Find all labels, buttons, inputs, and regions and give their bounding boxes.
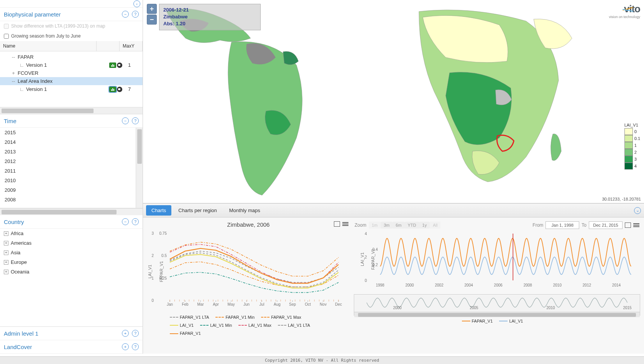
biophysical-help-icon[interactable]: ? bbox=[132, 11, 139, 18]
svg-text:0.75: 0.75 bbox=[159, 231, 167, 236]
zoom-row: Zoom 1m3m6mYTD1yAll From To bbox=[354, 220, 640, 231]
zoom-in-button[interactable]: + bbox=[147, 4, 157, 14]
admin-help-icon[interactable]: ? bbox=[132, 330, 139, 337]
main-area: + − 2006-12-21 Zimbabwe Abs: 1.20 vito v… bbox=[143, 0, 644, 354]
tree-row[interactable]: --FAPAR bbox=[0, 53, 143, 61]
plus-icon[interactable]: + bbox=[4, 270, 8, 274]
growing-season-row[interactable]: Growing season from July to June bbox=[0, 31, 143, 41]
plus-icon[interactable]: + bbox=[4, 260, 8, 265]
landcover-expand-icon[interactable]: + bbox=[122, 343, 129, 350]
bottom-collapse-icon[interactable]: ⌄ bbox=[634, 207, 641, 214]
admin-expand-icon[interactable]: + bbox=[122, 330, 129, 337]
chart-navigator[interactable]: 2000200520102015 bbox=[354, 294, 640, 316]
year-item[interactable]: 2015 bbox=[0, 128, 143, 137]
footer: Copyright 2016, VITO NV - All Rights res… bbox=[0, 356, 644, 364]
country-region[interactable]: +Europe bbox=[0, 257, 143, 267]
tree-grid-header: Name MaxY bbox=[0, 41, 143, 51]
year-hscroll[interactable] bbox=[0, 208, 143, 215]
country-help-icon[interactable]: ? bbox=[132, 218, 139, 225]
year-item[interactable]: 2014 bbox=[0, 137, 143, 147]
ts-expand-icon[interactable] bbox=[625, 222, 631, 228]
country-region[interactable]: +Oceania bbox=[0, 267, 143, 277]
svg-text:Sep: Sep bbox=[289, 302, 296, 306]
chart-icon[interactable] bbox=[109, 63, 116, 68]
tree-row[interactable]: --Leaf Area Index bbox=[0, 77, 143, 85]
svg-text:2010: 2010 bbox=[546, 306, 555, 310]
svg-text:2010: 2010 bbox=[553, 283, 562, 287]
tree-row[interactable]: +FCOVER bbox=[0, 69, 143, 77]
year-item[interactable]: 2008 bbox=[0, 195, 143, 204]
plus-icon[interactable]: + bbox=[4, 241, 8, 245]
time-title: Time bbox=[4, 118, 16, 124]
navigator-scrollbar[interactable] bbox=[354, 312, 640, 317]
tree-hscroll[interactable] bbox=[0, 107, 143, 114]
plus-icon[interactable]: + bbox=[4, 250, 8, 255]
year-vscroll[interactable] bbox=[136, 128, 143, 208]
show-difference-label: Show difference with LTA (1999-2013) on … bbox=[11, 23, 105, 29]
seasonal-chart-panel: Zimbabwe, 2006 01230.250.50.75LAI_V1FAPA… bbox=[147, 220, 350, 351]
map-coords: 30.01233, -18.20781 bbox=[602, 197, 641, 201]
svg-text:FAPAR_V1: FAPAR_V1 bbox=[159, 261, 164, 282]
tree-row[interactable]: ∟Version 17 bbox=[0, 85, 143, 93]
map-area[interactable]: + − 2006-12-21 Zimbabwe Abs: 1.20 vito v… bbox=[143, 0, 644, 203]
year-item[interactable]: 2010 bbox=[0, 176, 143, 185]
year-item[interactable]: 2012 bbox=[0, 156, 143, 166]
info-country: Zimbabwe bbox=[163, 13, 256, 20]
zoom-6m[interactable]: 6m bbox=[393, 222, 404, 229]
tab-charts-per-region[interactable]: Charts per region bbox=[173, 205, 222, 216]
biophysical-title: Biophysical parameter bbox=[4, 11, 61, 18]
seasonal-chart[interactable]: 01230.250.50.75LAI_V1FAPAR_V1JanFebMarAp… bbox=[147, 229, 350, 312]
landcover-title: LandCover bbox=[4, 344, 32, 350]
year-item[interactable]: 2009 bbox=[0, 185, 143, 195]
year-item[interactable]: 2011 bbox=[0, 166, 143, 176]
to-label: To bbox=[582, 222, 586, 228]
ts-menu-icon[interactable] bbox=[633, 223, 639, 227]
admin-header[interactable]: Admin level 1 + ? bbox=[0, 327, 143, 340]
tab-charts[interactable]: Charts bbox=[146, 205, 171, 216]
timeseries-chart[interactable]: 0240.20.4LAI_V1FAPAR_V119982000200220042… bbox=[354, 231, 640, 292]
globe-icon[interactable] bbox=[117, 63, 122, 68]
svg-text:2012: 2012 bbox=[583, 283, 591, 287]
time-collapse-icon[interactable]: − bbox=[122, 117, 129, 124]
to-date-input[interactable] bbox=[589, 221, 623, 229]
col-icons bbox=[97, 41, 120, 51]
landcover-header[interactable]: LandCover + ? bbox=[0, 340, 143, 354]
zoom-1m[interactable]: 1m bbox=[369, 222, 381, 229]
chart-menu-icon[interactable] bbox=[342, 221, 348, 227]
globe-icon[interactable] bbox=[117, 87, 122, 92]
zoom-out-button[interactable]: − bbox=[147, 15, 157, 25]
zoom-1y[interactable]: 1y bbox=[419, 222, 430, 229]
time-help-icon[interactable]: ? bbox=[132, 117, 139, 124]
svg-text:May: May bbox=[228, 302, 235, 306]
plus-icon[interactable]: + bbox=[4, 231, 8, 236]
growing-season-label: Growing season from July to June bbox=[11, 33, 80, 39]
tree-row[interactable]: ∟Version 11 bbox=[0, 61, 143, 69]
world-map[interactable] bbox=[143, 0, 644, 203]
year-item[interactable]: 2013 bbox=[0, 147, 143, 156]
country-region[interactable]: +Americas bbox=[0, 238, 143, 248]
svg-text:2014: 2014 bbox=[612, 283, 621, 287]
zoom-3m[interactable]: 3m bbox=[381, 222, 393, 229]
biophysical-collapse-icon[interactable]: − bbox=[122, 11, 129, 18]
zoom-YTD[interactable]: YTD bbox=[405, 222, 419, 229]
zoom-label: Zoom bbox=[355, 222, 366, 228]
zoom-All[interactable]: All bbox=[430, 222, 440, 229]
show-difference-row: Show difference with LTA (1999-2013) on … bbox=[0, 21, 143, 31]
from-date-input[interactable] bbox=[545, 221, 579, 229]
country-region[interactable]: +Africa bbox=[0, 229, 143, 238]
chart-expand-icon[interactable] bbox=[334, 221, 340, 227]
svg-text:0: 0 bbox=[151, 298, 154, 303]
seasonal-chart-title: Zimbabwe, 2006 bbox=[147, 220, 350, 229]
growing-season-checkbox[interactable] bbox=[4, 34, 9, 39]
chart-icon[interactable] bbox=[109, 87, 116, 92]
time-header: Time − ? bbox=[0, 114, 143, 128]
collapse-sidebar-icon[interactable]: ‹ bbox=[133, 0, 140, 7]
country-collapse-icon[interactable]: − bbox=[122, 218, 129, 225]
svg-text:2005: 2005 bbox=[470, 306, 478, 310]
charts-row: Zimbabwe, 2006 01230.250.50.75LAI_V1FAPA… bbox=[143, 217, 644, 354]
tab-monthly-maps[interactable]: Monthly maps bbox=[224, 205, 266, 216]
country-region[interactable]: +Asia bbox=[0, 248, 143, 257]
landcover-help-icon[interactable]: ? bbox=[132, 343, 139, 350]
biophysical-body: Show difference with LTA (1999-2013) on … bbox=[0, 21, 143, 114]
svg-text:3: 3 bbox=[151, 231, 154, 236]
